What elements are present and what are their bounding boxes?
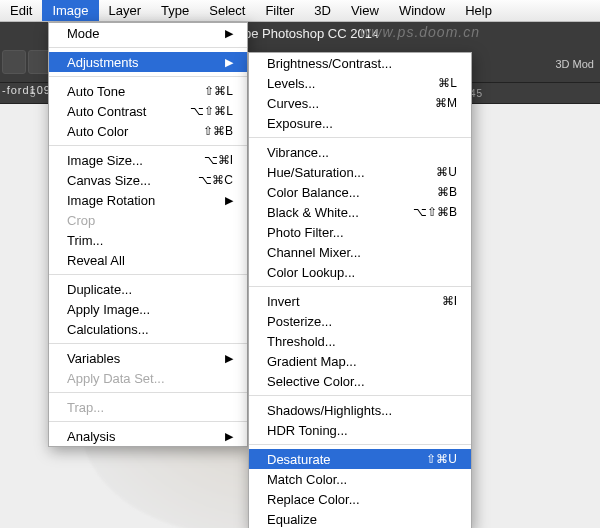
menu-item-label: Equalize — [267, 512, 457, 527]
menu-item-hue-saturation[interactable]: Hue/Saturation...⌘U — [249, 162, 471, 182]
menu-item-label: Mode — [67, 26, 205, 41]
menu-type[interactable]: Type — [151, 0, 199, 21]
menu-item-shortcut: ⌘I — [442, 294, 457, 308]
workspace-label[interactable]: 3D Mod — [555, 58, 594, 70]
menu-item-apply-image[interactable]: Apply Image... — [49, 299, 247, 319]
watermark: www.ps.doom.cn — [360, 24, 480, 40]
menu-item-label: Match Color... — [267, 472, 457, 487]
menu-item-label: Reveal All — [67, 253, 233, 268]
menu-item-hdr-toning[interactable]: HDR Toning... — [249, 420, 471, 440]
menu-item-shortcut: ⇧⌘B — [203, 124, 233, 138]
menu-item-invert[interactable]: Invert⌘I — [249, 291, 471, 311]
menu-item-label: Analysis — [67, 429, 205, 444]
menu-separator — [249, 286, 471, 287]
menu-item-reveal-all[interactable]: Reveal All — [49, 250, 247, 270]
menu-item-label: Posterize... — [267, 314, 457, 329]
menu-filter[interactable]: Filter — [255, 0, 304, 21]
menu-item-black-white[interactable]: Black & White...⌥⇧⌘B — [249, 202, 471, 222]
menu-separator — [49, 343, 247, 344]
menu-item-color-lookup[interactable]: Color Lookup... — [249, 262, 471, 282]
submenu-arrow-icon: ▶ — [225, 194, 233, 207]
menu-item-threshold[interactable]: Threshold... — [249, 331, 471, 351]
menu-item-auto-contrast[interactable]: Auto Contrast⌥⇧⌘L — [49, 101, 247, 121]
submenu-arrow-icon: ▶ — [225, 352, 233, 365]
menu-image[interactable]: Image — [42, 0, 98, 21]
menu-item-vibrance[interactable]: Vibrance... — [249, 142, 471, 162]
menu-item-shortcut: ⇧⌘U — [426, 452, 457, 466]
menu-item-image-rotation[interactable]: Image Rotation▶ — [49, 190, 247, 210]
menu-item-label: Apply Image... — [67, 302, 233, 317]
menu-item-label: Trap... — [67, 400, 233, 415]
menu-item-gradient-map[interactable]: Gradient Map... — [249, 351, 471, 371]
menu-item-shortcut: ⌘U — [436, 165, 457, 179]
menu-help[interactable]: Help — [455, 0, 502, 21]
menu-item-variables[interactable]: Variables▶ — [49, 348, 247, 368]
menu-item-posterize[interactable]: Posterize... — [249, 311, 471, 331]
menu-item-label: Canvas Size... — [67, 173, 168, 188]
menu-select[interactable]: Select — [199, 0, 255, 21]
menu-item-label: Selective Color... — [267, 374, 457, 389]
ruler-tick: 45 — [470, 88, 525, 99]
menu-item-image-size[interactable]: Image Size...⌥⌘I — [49, 150, 247, 170]
menu-item-adjustments[interactable]: Adjustments▶ — [49, 52, 247, 72]
menu-item-photo-filter[interactable]: Photo Filter... — [249, 222, 471, 242]
menu-item-label: Invert — [267, 294, 412, 309]
adjustments-submenu: Brightness/Contrast...Levels...⌘LCurves.… — [248, 52, 472, 528]
menu-separator — [49, 274, 247, 275]
menu-item-label: Image Rotation — [67, 193, 205, 208]
menu-item-label: Brightness/Contrast... — [267, 56, 457, 71]
menu-layer[interactable]: Layer — [99, 0, 152, 21]
menu-item-shadows-highlights[interactable]: Shadows/Highlights... — [249, 400, 471, 420]
image-menu: Mode▶Adjustments▶Auto Tone⇧⌘LAuto Contra… — [48, 22, 248, 447]
menu-item-desaturate[interactable]: Desaturate⇧⌘U — [249, 449, 471, 469]
menu-item-label: Gradient Map... — [267, 354, 457, 369]
menu-item-exposure[interactable]: Exposure... — [249, 113, 471, 133]
menu-item-label: Duplicate... — [67, 282, 233, 297]
menu-item-auto-color[interactable]: Auto Color⇧⌘B — [49, 121, 247, 141]
menu-window[interactable]: Window — [389, 0, 455, 21]
menu-separator — [49, 76, 247, 77]
menu-item-color-balance[interactable]: Color Balance...⌘B — [249, 182, 471, 202]
menu-item-label: Auto Color — [67, 124, 173, 139]
menu-item-trap: Trap... — [49, 397, 247, 417]
menu-item-shortcut: ⌥⇧⌘L — [190, 104, 233, 118]
menu-item-match-color[interactable]: Match Color... — [249, 469, 471, 489]
menu-separator — [249, 137, 471, 138]
menu-item-trim[interactable]: Trim... — [49, 230, 247, 250]
menu-item-replace-color[interactable]: Replace Color... — [249, 489, 471, 509]
menu-edit[interactable]: Edit — [0, 0, 42, 21]
menu-separator — [249, 444, 471, 445]
menu-item-label: Auto Contrast — [67, 104, 160, 119]
menu-view[interactable]: View — [341, 0, 389, 21]
menu-item-mode[interactable]: Mode▶ — [49, 23, 247, 43]
menu-item-label: Curves... — [267, 96, 405, 111]
toolbar — [2, 50, 52, 74]
menu-item-calculations[interactable]: Calculations... — [49, 319, 247, 339]
menu-item-label: Image Size... — [67, 153, 174, 168]
menu-item-selective-color[interactable]: Selective Color... — [249, 371, 471, 391]
tool-button[interactable] — [2, 50, 26, 74]
menu-item-shortcut: ⌘B — [437, 185, 457, 199]
menu-item-label: Levels... — [267, 76, 408, 91]
menu-item-crop: Crop — [49, 210, 247, 230]
menu-item-brightness-contrast[interactable]: Brightness/Contrast... — [249, 53, 471, 73]
menu-item-label: Channel Mixer... — [267, 245, 457, 260]
menu-item-canvas-size[interactable]: Canvas Size...⌥⌘C — [49, 170, 247, 190]
menu-item-curves[interactable]: Curves...⌘M — [249, 93, 471, 113]
menu-item-label: Shadows/Highlights... — [267, 403, 457, 418]
menu-3d[interactable]: 3D — [304, 0, 341, 21]
menu-item-auto-tone[interactable]: Auto Tone⇧⌘L — [49, 81, 247, 101]
menu-item-channel-mixer[interactable]: Channel Mixer... — [249, 242, 471, 262]
submenu-arrow-icon: ▶ — [225, 430, 233, 443]
menu-item-label: Trim... — [67, 233, 233, 248]
menu-item-label: Black & White... — [267, 205, 383, 220]
menu-item-levels[interactable]: Levels...⌘L — [249, 73, 471, 93]
menu-item-analysis[interactable]: Analysis▶ — [49, 426, 247, 446]
menu-item-label: Photo Filter... — [267, 225, 457, 240]
menu-item-label: Hue/Saturation... — [267, 165, 406, 180]
menu-item-equalize[interactable]: Equalize — [249, 509, 471, 528]
menu-separator — [49, 421, 247, 422]
menu-separator — [49, 145, 247, 146]
menu-item-label: Vibrance... — [267, 145, 457, 160]
menu-item-duplicate[interactable]: Duplicate... — [49, 279, 247, 299]
